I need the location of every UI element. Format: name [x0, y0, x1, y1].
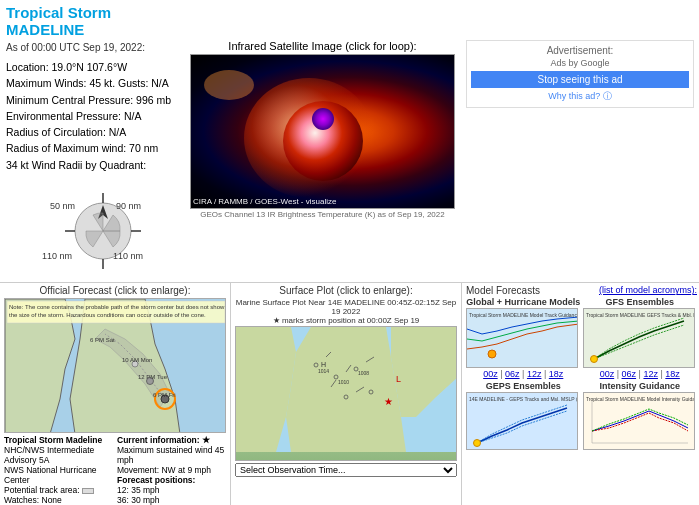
wind-diagram: 50 nm 90 nm 110 nm 110 nm: [38, 179, 148, 274]
surface-marks: ★ marks storm position at 00:00Z Sep 19: [235, 316, 457, 325]
ads-by-google: Ads by Google: [471, 58, 689, 68]
satellite-section[interactable]: Infrared Satellite Image (click for loop…: [185, 38, 460, 278]
global-12z-link[interactable]: 12z: [527, 369, 542, 379]
forecast-positions-label: Forecast positions:: [117, 475, 195, 485]
page-title: Tropical Storm MADELINE: [0, 0, 185, 38]
gfs-18z-link[interactable]: 18z: [665, 369, 680, 379]
svg-text:Note: The cone contains the pr: Note: The cone contains the probable pat…: [9, 304, 225, 310]
svg-text:10 AM Mon: 10 AM Mon: [122, 357, 152, 363]
svg-text:14E MADELINE - GEPS Tracks and: 14E MADELINE - GEPS Tracks and Msl. MSLP…: [469, 396, 578, 402]
surface-section[interactable]: Surface Plot (click to enlarge): Marine …: [231, 283, 462, 505]
satellite-image[interactable]: CIRA / RAMMB / GOES-West - visualize: [190, 54, 455, 209]
gfs-ensembles-section: GFS Ensembles Tropical Storm MADELINE GE…: [583, 297, 698, 379]
svg-text:★: ★: [384, 396, 393, 407]
source-label: NHC/NWS Intermediate Advisory 5A: [4, 445, 94, 465]
global-00z-link[interactable]: 00z: [483, 369, 498, 379]
svg-point-47: [474, 439, 481, 446]
max-winds: Maximum Winds: 45 kt. Gusts: N/A: [6, 75, 179, 91]
global-models-label: Global + Hurricane Models: [466, 297, 581, 307]
svg-text:90 nm: 90 nm: [116, 201, 141, 211]
svg-text:L: L: [396, 374, 401, 384]
satellite-overlay-text: CIRA / RAMMB / GOES-West - visualize: [193, 197, 336, 206]
gfs-12z-link[interactable]: 12z: [643, 369, 658, 379]
observation-time-select[interactable]: Select Observation Time...: [235, 463, 457, 477]
current-info-label: Current information: ★: [117, 435, 210, 445]
satellite-title: Infrared Satellite Image (click for loop…: [228, 40, 416, 52]
svg-text:1010: 1010: [338, 379, 349, 385]
forecast-title: Official Forecast (click to enlarge):: [4, 285, 226, 296]
svg-point-44: [590, 355, 597, 362]
surface-map[interactable]: H L ★ 1014 1010 1008: [235, 326, 457, 461]
surface-title: Surface Plot (click to enlarge):: [235, 285, 457, 296]
gfs-model-links: 00z | 06z | 12z | 18z: [583, 369, 698, 379]
geps-model-map[interactable]: 14E MADELINE - GEPS Tracks and Msl. MSLP…: [466, 392, 578, 450]
global-06z-link[interactable]: 06z: [505, 369, 520, 379]
forecast-36h: 36: 30 mph: [117, 495, 160, 505]
svg-text:110 nm: 110 nm: [113, 251, 143, 261]
intensity-guidance-section: Intensity Guidance Tropical Storm MADELI…: [583, 381, 698, 450]
wind-radii: 34 kt Wind Radii by Quadrant:: [6, 157, 179, 173]
svg-text:50 nm: 50 nm: [50, 201, 75, 211]
forecast-12h: 12: 35 mph: [117, 485, 160, 495]
model-acronyms-link[interactable]: (list of model acronyms):: [599, 285, 697, 295]
svg-point-41: [488, 350, 496, 358]
forecast-map[interactable]: 6 PM Fri 12 PM Tue 10 AM Mon 6 PM Sat No…: [4, 298, 226, 433]
watches-value: None: [42, 495, 62, 505]
global-18z-link[interactable]: 18z: [549, 369, 564, 379]
gfs-06z-link[interactable]: 06z: [622, 369, 637, 379]
geps-ensembles-section: GEPS Ensembles 14E MADELINE - GEPS Track…: [466, 381, 581, 450]
gfs-label: GFS Ensembles: [583, 297, 698, 307]
satellite-subtitle: GEOs Channel 13 IR Brightness Temperatur…: [200, 210, 444, 219]
svg-text:110 nm: 110 nm: [42, 251, 72, 261]
svg-text:6 PM Sat: 6 PM Sat: [90, 337, 115, 343]
forecast-info: Tropical Storm Madeline NHC/NWS Intermed…: [4, 435, 226, 505]
forecast-section[interactable]: Official Forecast (click to enlarge):: [0, 283, 231, 505]
stop-ad-button[interactable]: Stop seeing this ad: [471, 71, 689, 88]
min-pressure: Minimum Central Pressure: 996 mb: [6, 92, 179, 108]
svg-text:1008: 1008: [358, 370, 369, 376]
global-model-map[interactable]: Tropical Storm MADELINE Model Track Guid…: [466, 308, 578, 368]
svg-text:12 PM Tue: 12 PM Tue: [138, 374, 168, 380]
gfs-model-map[interactable]: Tropical Storm MADELINE GEFS Tracks & Mb…: [583, 308, 695, 368]
current-pressure: Movement: NW at 9 mph: [117, 465, 211, 475]
svg-text:H: H: [321, 361, 326, 368]
gfs-00z-link[interactable]: 00z: [600, 369, 615, 379]
radius-circulation: Radius of Circulation: N/A: [6, 124, 179, 140]
timestamp: As of 00:00 UTC Sep 19, 2022:: [6, 40, 179, 55]
advertisement-section: Advertisement: Ads by Google Stop seeing…: [460, 38, 699, 278]
global-model-links: 00z | 06z | 12z | 18z: [466, 369, 581, 379]
svg-text:1014: 1014: [318, 368, 329, 374]
svg-text:the size of the storm. Hazardo: the size of the storm. Hazardous conditi…: [9, 312, 206, 318]
storm-info: Location: 19.0°N 107.6°W Maximum Winds: …: [6, 59, 179, 173]
intensity-model-map[interactable]: Tropical Storm MADELINE Model Intensity …: [583, 392, 695, 450]
surface-subtitle: Marine Surface Plot Near 14E MADELINE 00…: [235, 298, 457, 316]
source2-label: NWS National Hurricane Center: [4, 465, 97, 485]
svg-text:6 PM Fri: 6 PM Fri: [153, 392, 176, 398]
location: Location: 19.0°N 107.6°W: [6, 59, 179, 75]
intensity-label: Intensity Guidance: [583, 381, 698, 391]
watches-label: Watches:: [4, 495, 39, 505]
env-pressure: Environmental Pressure: N/A: [6, 108, 179, 124]
ad-title: Advertisement:: [471, 45, 689, 56]
storm-name-label: Tropical Storm Madeline: [4, 435, 102, 445]
svg-text:Tropical Storm MADELINE Model : Tropical Storm MADELINE Model Intensity …: [586, 396, 695, 402]
potential-track-label: Potential track area:: [4, 485, 82, 495]
radius-max-wind: Radius of Maximum wind: 70 nm: [6, 140, 179, 156]
svg-text:Tropical Storm MADELINE GEFS T: Tropical Storm MADELINE GEFS Tracks & Mb…: [586, 312, 695, 318]
track-legend: [82, 488, 94, 494]
global-models-section: Global + Hurricane Models Tropical Storm…: [466, 297, 581, 379]
current-wind: Maximum sustained wind 45 mph: [117, 445, 224, 465]
svg-text:Tropical Storm MADELINE Model : Tropical Storm MADELINE Model Track Guid…: [469, 312, 578, 318]
model-section: Model Forecasts (list of model acronyms)…: [462, 283, 699, 505]
model-title: Model Forecasts: [466, 285, 540, 296]
why-ad-link[interactable]: Why this ad? ⓘ: [471, 90, 689, 103]
geps-label: GEPS Ensembles: [466, 381, 581, 391]
